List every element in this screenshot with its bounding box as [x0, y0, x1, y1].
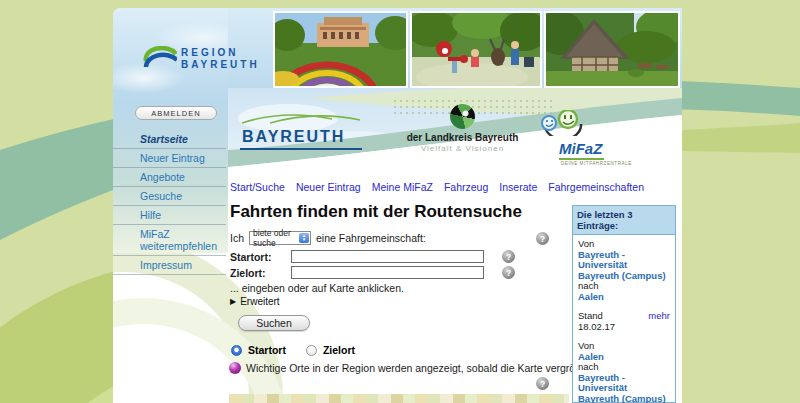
map-mode-radios: Startort Zielort — [231, 344, 355, 356]
entry-stand-label: Stand — [578, 311, 603, 322]
bayreuth-city-logo: BAYREUTH — [240, 110, 362, 150]
ich-label: Ich — [230, 232, 244, 244]
entry-from-link[interactable]: Bayreuth - Universität Bayreuth (Campus) — [578, 250, 670, 282]
bayreuth-arcs-icon — [240, 111, 362, 124]
startort-radio[interactable] — [231, 345, 242, 356]
entry-nach-label: nach — [578, 281, 670, 292]
suchen-button[interactable]: Suchen — [238, 315, 310, 331]
nav-neuer-eintrag[interactable]: Neuer Eintrag — [296, 181, 361, 193]
fahrgemeinschaft-label: eine Fahrgemeinschaft: — [316, 232, 426, 244]
triangle-right-icon: ▶ — [230, 297, 236, 306]
important-place-marker-icon — [229, 362, 241, 374]
region-bayreuth-logo: REGION BAYREUTH — [143, 46, 260, 72]
mifaz-smileys-icon — [537, 110, 589, 136]
entry-nach-label: nach — [578, 362, 670, 373]
map-note-text: Wichtige Orte in der Region werden angez… — [246, 362, 619, 374]
mifaz-tagline: DEINE MITFAHRZENTRALE — [561, 161, 647, 166]
entry-to-link[interactable]: Bayreuth - Universität Bayreuth (Campus) — [578, 373, 670, 403]
page: REGION BAYREUTH — [0, 0, 800, 403]
page-title: Fahrten finden mit der Routensuche — [230, 202, 522, 222]
sidebar-item-startseite[interactable]: Startseite — [113, 130, 226, 149]
nav-start-suche[interactable]: Start/Suche — [230, 181, 285, 193]
help-icon[interactable]: ? — [536, 377, 549, 390]
latest-entries-box: Die letzten 3 Einträge: Von Bayreuth - U… — [572, 205, 676, 403]
abmelden-button[interactable]: ABMELDEN — [135, 106, 217, 120]
sidebar-item-impressum[interactable]: Impressum — [113, 256, 226, 275]
entry-von-label: Von — [578, 341, 670, 352]
photo-children-playground — [410, 11, 542, 88]
zielort-radio[interactable] — [306, 345, 317, 356]
erweitert-toggle[interactable]: ▶ Erweitert — [230, 296, 280, 307]
sidebar-item-gesuche[interactable]: Gesuche — [113, 187, 226, 206]
latest-entries-title: Die letzten 3 Einträge: — [573, 206, 675, 235]
sidebar-menu: Startseite Neuer Eintrag Angebote Gesuch… — [113, 130, 226, 275]
mifaz-logo: MiFaZ DEINE MITFAHRZENTRALE — [537, 110, 647, 166]
landkreis-bayreuth-logo: der Landkreis Bayreuth Vielfalt & Vision… — [400, 104, 525, 153]
help-icon[interactable]: ? — [502, 250, 515, 263]
help-icon[interactable]: ? — [536, 232, 549, 245]
mode-select[interactable]: biete oder suche ▲ ▼ — [249, 231, 311, 245]
map-hint-text: ... eingeben oder auf Karte anklicken. — [230, 282, 404, 294]
entry-mehr-link[interactable]: mehr — [648, 311, 670, 322]
nav-inserate[interactable]: Inserate — [499, 181, 537, 193]
bayreuth-city-wordmark: BAYREUTH — [240, 128, 362, 150]
startort-radio-label: Startort — [248, 344, 286, 356]
sidebar-item-hilfe[interactable]: Hilfe — [113, 206, 226, 225]
sidebar-item-neuer-eintrag[interactable]: Neuer Eintrag — [113, 149, 226, 168]
entry-von-label: Von — [578, 239, 670, 250]
sidebar-item-mifaz-weiterempfehlen[interactable]: MiFaZ weiterempfehlen — [113, 225, 226, 256]
select-stepper-icon: ▲ ▼ — [299, 233, 309, 243]
latest-entry: Von Aalen nach Bayreuth - Universität Ba… — [578, 341, 670, 403]
stepper-down-icon: ▼ — [302, 238, 306, 242]
erweitert-label: Erweitert — [240, 296, 279, 307]
sidebar-item-angebote[interactable]: Angebote — [113, 168, 226, 187]
map-top-edge[interactable] — [229, 394, 569, 403]
region-logo-line2: BAYREUTH — [181, 59, 260, 71]
zielort-radio-label: Zielort — [323, 344, 355, 356]
nav-fahrzeug[interactable]: Fahrzeug — [444, 181, 488, 193]
mode-row: Ich biete oder suche ▲ ▼ eine Fahrgemein… — [230, 231, 426, 245]
mifaz-wordmark: MiFaZ — [559, 140, 604, 160]
zielort-label: Zielort: — [230, 267, 266, 279]
help-icon[interactable]: ? — [502, 266, 515, 279]
region-logo-line1: REGION — [181, 47, 260, 59]
main-nav: Start/Suche Neuer Eintrag Meine MiFaZ Fa… — [230, 181, 644, 193]
map-note-row: Wichtige Orte in der Region werden angez… — [229, 362, 619, 374]
photo-farmhouse — [544, 11, 680, 88]
latest-entries-body: Von Bayreuth - Universität Bayreuth (Cam… — [573, 235, 675, 403]
nav-fahrgemeinschaften[interactable]: Fahrgemeinschaften — [548, 181, 644, 193]
latest-entry: Von Bayreuth - Universität Bayreuth (Cam… — [578, 239, 670, 332]
landkreis-name: der Landkreis Bayreuth — [400, 132, 525, 143]
entry-to-link[interactable]: Aalen — [578, 292, 670, 303]
region-swoosh-icon — [143, 46, 177, 72]
startort-input[interactable] — [291, 250, 484, 263]
photo-festspielhaus-garden — [273, 11, 408, 88]
zielort-input[interactable] — [291, 266, 484, 279]
startort-label: Startort: — [230, 251, 271, 263]
landkreis-swirl-icon — [450, 104, 475, 129]
nav-meine-mifaz[interactable]: Meine MiFaZ — [372, 181, 433, 193]
entry-date: 18.02.17 — [578, 322, 670, 333]
landkreis-tagline: Vielfalt & Visionen — [400, 144, 525, 153]
